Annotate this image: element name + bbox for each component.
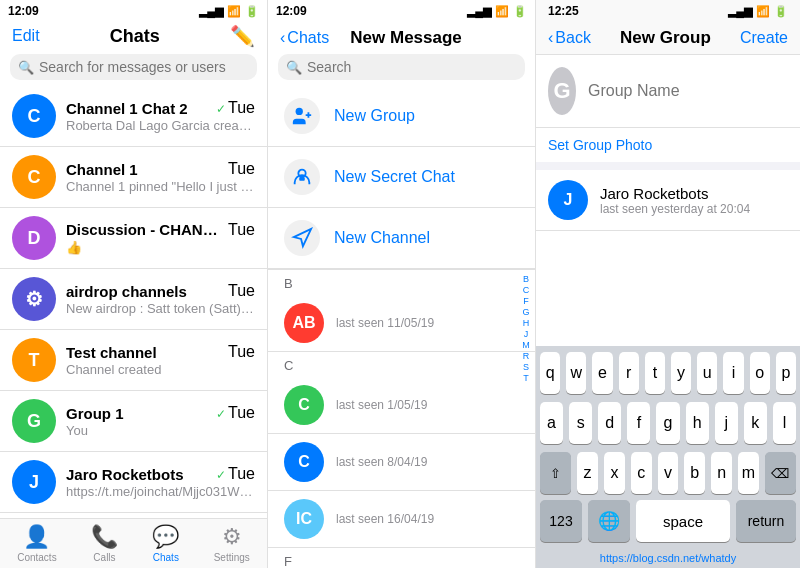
chat-content: Test channel Tue Channel created — [66, 343, 255, 377]
avatar: C — [12, 155, 56, 199]
key-v[interactable]: v — [658, 452, 679, 494]
contact-info: last seen 1/05/19 — [336, 398, 519, 412]
alpha-b[interactable]: B — [519, 274, 533, 284]
alpha-m[interactable]: M — [519, 340, 533, 350]
ng-title: New Group — [620, 28, 711, 48]
tab-settings-label: Settings — [214, 552, 250, 563]
ng-member-item[interactable]: J Jaro Rocketbots last seen yesterday at… — [536, 170, 800, 231]
tab-calls[interactable]: 📞 Calls — [91, 524, 118, 563]
contact-ab[interactable]: AB last seen 11/05/19 — [268, 295, 535, 352]
avatar: D — [12, 216, 56, 260]
num-key[interactable]: 123 — [540, 500, 582, 542]
key-p[interactable]: p — [776, 352, 796, 394]
chats-icon: 💬 — [152, 524, 179, 550]
key-w[interactable]: w — [566, 352, 586, 394]
key-l[interactable]: l — [773, 402, 796, 444]
chat-time: ✓Tue — [216, 404, 255, 422]
alpha-j[interactable]: J — [519, 329, 533, 339]
tab-contacts[interactable]: 👤 Contacts — [17, 524, 56, 563]
keyboard-row-3: ⇧ z x c v b n m ⌫ — [536, 446, 800, 496]
key-s[interactable]: s — [569, 402, 592, 444]
contact-c1[interactable]: C last seen 1/05/19 — [268, 377, 535, 434]
chat-item-airdrop[interactable]: ⚙ airdrop channels Tue New airdrop : Sat… — [0, 269, 267, 330]
contact-c2[interactable]: C last seen 8/04/19 — [268, 434, 535, 491]
chat-content: Jaro Rocketbots ✓Tue https://t.me/joinch… — [66, 465, 255, 499]
set-group-photo-link[interactable]: Set Group Photo — [548, 137, 652, 153]
compose-button[interactable]: ✏️ — [230, 24, 255, 48]
chevron-left-icon: ‹ — [280, 29, 285, 47]
chat-time: ✓Tue — [216, 99, 255, 117]
svg-rect-2 — [299, 177, 305, 181]
chat-name: Channel 1 Chat 2 — [66, 100, 188, 117]
ng-avatar: G — [548, 67, 576, 115]
key-z[interactable]: z — [577, 452, 598, 494]
back-button[interactable]: ‹ Chats — [280, 29, 329, 47]
chat-item-d[interactable]: D Discussion - CHANNEL 1 👍 Tue 👍 — [0, 208, 267, 269]
alpha-r[interactable]: R — [519, 351, 533, 361]
alpha-g[interactable]: G — [519, 307, 533, 317]
key-e[interactable]: e — [592, 352, 612, 394]
keyboard-row-1: q w e r t y u i o p — [536, 346, 800, 396]
new-group-option[interactable]: New Group — [268, 86, 535, 147]
key-o[interactable]: o — [750, 352, 770, 394]
delete-key[interactable]: ⌫ — [765, 452, 796, 494]
battery-icon: 🔋 — [513, 5, 527, 18]
key-t[interactable]: t — [645, 352, 665, 394]
chat-item-group1[interactable]: G Group 1 ✓Tue You — [0, 391, 267, 452]
contact-ic[interactable]: IC last seen 16/04/19 — [268, 491, 535, 548]
chat-item-test[interactable]: T Test channel Tue Channel created — [0, 330, 267, 391]
key-x[interactable]: x — [604, 452, 625, 494]
tab-calls-label: Calls — [93, 552, 115, 563]
key-c[interactable]: c — [631, 452, 652, 494]
key-b[interactable]: b — [684, 452, 705, 494]
key-g[interactable]: g — [656, 402, 679, 444]
bottom-tab-bar: 👤 Contacts 📞 Calls 💬 Chats ⚙ Settings — [0, 518, 267, 568]
alpha-f[interactable]: F — [519, 296, 533, 306]
alpha-c[interactable]: C — [519, 285, 533, 295]
key-u[interactable]: u — [697, 352, 717, 394]
emoji-key[interactable]: 🌐 — [588, 500, 630, 542]
chat-item-c1[interactable]: C Channel 1 Chat 2 ✓Tue Roberta Dal Lago… — [0, 86, 267, 147]
edit-button[interactable]: Edit — [12, 27, 40, 45]
alpha-s[interactable]: S — [519, 362, 533, 372]
chat-item-jaro[interactable]: J Jaro Rocketbots ✓Tue https://t.me/join… — [0, 452, 267, 513]
contact-list: B AB last seen 11/05/19 C C last seen 1/… — [268, 270, 535, 568]
ng-back-button[interactable]: ‹ Back — [548, 29, 591, 47]
key-j[interactable]: j — [715, 402, 738, 444]
key-i[interactable]: i — [723, 352, 743, 394]
shift-key[interactable]: ⇧ — [540, 452, 571, 494]
alpha-t[interactable]: T — [519, 373, 533, 383]
chats-search-input[interactable] — [39, 59, 249, 75]
ng-member-avatar: J — [548, 180, 588, 220]
key-f[interactable]: f — [627, 402, 650, 444]
key-r[interactable]: r — [619, 352, 639, 394]
key-h[interactable]: h — [686, 402, 709, 444]
key-d[interactable]: d — [598, 402, 621, 444]
key-k[interactable]: k — [744, 402, 767, 444]
chat-name: Test channel — [66, 344, 157, 361]
key-n[interactable]: n — [711, 452, 732, 494]
chat-content: Channel 1 Tue Channel 1 pinned "Hello I … — [66, 160, 255, 194]
new-message-options: New Group New Secret Chat New Channel — [268, 86, 535, 270]
key-y[interactable]: y — [671, 352, 691, 394]
ng-create-button[interactable]: Create — [740, 29, 788, 47]
new-message-header: ‹ Chats New Message — [268, 22, 535, 54]
status-bar-3: 12:25 ▂▄▆ 📶 🔋 — [536, 0, 800, 22]
chat-item-c2[interactable]: C Channel 1 Tue Channel 1 pinned "Hello … — [0, 147, 267, 208]
chat-time: Tue — [228, 282, 255, 300]
key-a[interactable]: a — [540, 402, 563, 444]
group-name-input[interactable] — [588, 82, 788, 100]
new-message-search-input[interactable] — [307, 59, 517, 75]
status-icons-2: ▂▄▆ 📶 🔋 — [467, 5, 527, 18]
chat-content: airdrop channels Tue New airdrop : Satt … — [66, 282, 255, 316]
space-key[interactable]: space — [636, 500, 730, 542]
new-channel-option[interactable]: New Channel — [268, 208, 535, 269]
new-secret-option[interactable]: New Secret Chat — [268, 147, 535, 208]
key-m[interactable]: m — [738, 452, 759, 494]
alpha-h[interactable]: H — [519, 318, 533, 328]
tab-settings[interactable]: ⚙ Settings — [214, 524, 250, 563]
key-q[interactable]: q — [540, 352, 560, 394]
tab-chats[interactable]: 💬 Chats — [152, 524, 179, 563]
avatar: C — [12, 94, 56, 138]
return-key[interactable]: return — [736, 500, 796, 542]
